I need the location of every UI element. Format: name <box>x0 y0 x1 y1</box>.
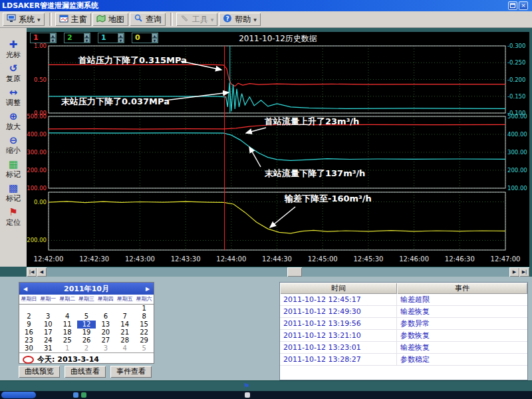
calendar-day[interactable]: 8 <box>134 313 154 321</box>
calendar-day[interactable]: 3 <box>96 344 115 352</box>
scroll-right-icon[interactable]: ▶ <box>509 267 519 277</box>
calendar-day[interactable]: 13 <box>96 321 115 329</box>
chart-hscrollbar[interactable]: |◀◀▶▶| <box>27 267 529 277</box>
locate-flag-icon: ⚑ <box>0 207 27 218</box>
col-header-event[interactable]: 事件 <box>397 283 527 294</box>
calendar-today-label: 今天: 2013-3-14 <box>37 354 99 364</box>
calendar-day[interactable]: 26 <box>77 336 96 344</box>
menu-query[interactable]: 查询 <box>130 13 166 26</box>
calendar-day[interactable]: 25 <box>58 336 77 344</box>
sidebar-item-label: 标记 <box>0 170 27 179</box>
calendar-day[interactable]: 16 <box>19 329 39 336</box>
calendar-day[interactable]: 18 <box>58 329 77 336</box>
calendar-day[interactable]: 22 <box>134 329 154 336</box>
calendar-day[interactable]: 1 <box>134 305 154 313</box>
calendar-day[interactable]: 29 <box>134 336 154 344</box>
calendar-day[interactable]: 7 <box>115 313 134 321</box>
calendar-day[interactable]: 19 <box>77 329 96 336</box>
calendar-day[interactable]: 11 <box>58 321 77 329</box>
scroll-home-icon[interactable]: |◀ <box>27 267 37 277</box>
calendar-day[interactable]: 23 <box>19 336 39 344</box>
calendar-prev-icon[interactable]: ◀ <box>19 286 31 292</box>
taskbar <box>0 391 532 399</box>
calendar-day[interactable]: 17 <box>39 329 58 336</box>
calendar-week-row: 2345678 <box>19 313 154 321</box>
sidebar-item-mark[interactable]: ▦标记 <box>0 159 27 179</box>
calendar-day[interactable]: 10 <box>39 321 58 329</box>
calendar-day[interactable]: 3 <box>39 313 58 321</box>
calendar-day[interactable]: 5 <box>77 313 96 321</box>
calendar-day[interactable]: 30 <box>19 344 39 352</box>
y-axis-label: 400.00 <box>27 131 47 138</box>
scroll-left-icon[interactable]: ◀ <box>37 267 47 277</box>
weekday-label: 星期一 <box>39 295 58 304</box>
action-button-row: 曲线预览曲线查看事件查看 <box>19 366 152 378</box>
menu-help[interactable]: ?帮助▼ <box>219 13 261 26</box>
curve-view-button[interactable]: 曲线查看 <box>65 366 106 378</box>
calendar-day[interactable]: 21 <box>115 329 134 336</box>
calendar-next-icon[interactable]: ▶ <box>142 286 154 292</box>
table-row[interactable]: 2011-10-12 12:49:30输差恢复 <box>280 306 527 318</box>
menu-map[interactable]: 地图 <box>92 13 128 26</box>
calendar-week-row: 16171819202122 <box>19 329 154 336</box>
y-axis-label: 0.00 <box>34 199 47 205</box>
calendar-day[interactable]: 4 <box>58 313 77 321</box>
scroll-end-icon[interactable]: ▶| <box>519 267 529 277</box>
menu-system[interactable]: 系统▼ <box>3 13 45 26</box>
calendar-day[interactable]: 31 <box>39 344 58 352</box>
calendar-day[interactable]: 28 <box>115 336 134 344</box>
calendar-day[interactable]: 1 <box>58 344 77 352</box>
calendar-day <box>19 305 39 313</box>
start-button[interactable] <box>1 392 36 398</box>
calendar-day[interactable]: 9 <box>19 321 39 329</box>
weekday-label: 星期三 <box>77 295 96 304</box>
calendar-day[interactable]: 2 <box>19 313 39 321</box>
calendar-day[interactable]: 14 <box>115 321 134 329</box>
taskbar-icon[interactable] <box>73 392 78 398</box>
scrollbar-thumb[interactable] <box>287 267 302 277</box>
scrollbar-track[interactable] <box>47 267 509 277</box>
calendar-day[interactable]: 5 <box>134 344 154 352</box>
y-axis-label: 500.00 <box>27 113 47 120</box>
calendar-day[interactable]: 2 <box>77 344 96 352</box>
menu-map-label: 地图 <box>108 14 124 25</box>
col-header-time[interactable]: 时间 <box>280 283 397 294</box>
restore-button[interactable] <box>508 1 517 10</box>
sidebar-item-locate-flag[interactable]: ⚑定位 <box>0 207 27 227</box>
weekday-label: 星期六 <box>134 295 154 304</box>
taskbar-icon[interactable] <box>245 392 250 398</box>
y-axis-label: -0.150 <box>507 93 525 100</box>
table-row[interactable]: 2011-10-12 13:23:01输差恢复 <box>280 342 527 354</box>
event-view-button[interactable]: 事件查看 <box>110 366 152 378</box>
calendar-day[interactable]: 12 <box>77 321 96 329</box>
calendar-day[interactable]: 15 <box>134 321 154 329</box>
taskbar-icon[interactable] <box>81 392 86 398</box>
sidebar-item-zoom-out[interactable]: ⊖缩小 <box>0 135 27 155</box>
chart-canvas[interactable]: 1.000.500.00-0.300-0.250-0.200-0.150-0.1… <box>27 43 529 267</box>
chart-annotation: 末站流量下降了137m³/h <box>264 168 365 178</box>
sidebar-item-undo[interactable]: ↺复原 <box>0 63 27 83</box>
event-name-cell: 参数异常 <box>397 318 527 329</box>
calendar-day[interactable]: 24 <box>39 336 58 344</box>
calendar-day[interactable]: 4 <box>115 344 134 352</box>
calendar-day[interactable]: 27 <box>96 336 115 344</box>
sidebar-item-adjust[interactable]: ↔调整 <box>0 87 27 107</box>
calendar-day[interactable]: 6 <box>96 313 115 321</box>
x-axis-label: 12:44:00 <box>216 255 246 263</box>
chart-annotation: 首站流量上升了23m³/h <box>264 116 359 126</box>
close-button[interactable]: × <box>519 1 528 10</box>
table-row[interactable]: 2011-10-12 13:21:10参数恢复 <box>280 330 527 342</box>
sidebar-item-zoom-in[interactable]: ⊕放大 <box>0 111 27 131</box>
calendar-day[interactable]: 20 <box>96 329 115 336</box>
calendar-today-row[interactable]: 今天: 2013-3-14 <box>19 352 154 366</box>
sidebar-item-cursor-cross[interactable]: ✚光标 <box>0 39 27 59</box>
x-axis-label: 12:46:00 <box>399 255 429 263</box>
sidebar-item-label: 定位 <box>0 218 27 227</box>
table-row[interactable]: 2011-10-12 13:28:27参数稳定 <box>280 354 527 366</box>
query-icon <box>134 14 143 25</box>
sidebar-item-mark2[interactable]: ▩标记 <box>0 183 27 203</box>
curve-preview-button[interactable]: 曲线预览 <box>19 366 60 378</box>
table-row[interactable]: 2011-10-12 12:45:17输差超限 <box>280 294 527 306</box>
table-row[interactable]: 2011-10-12 13:19:56参数异常 <box>280 318 527 330</box>
menu-main-window[interactable]: 主窗 <box>55 13 91 26</box>
